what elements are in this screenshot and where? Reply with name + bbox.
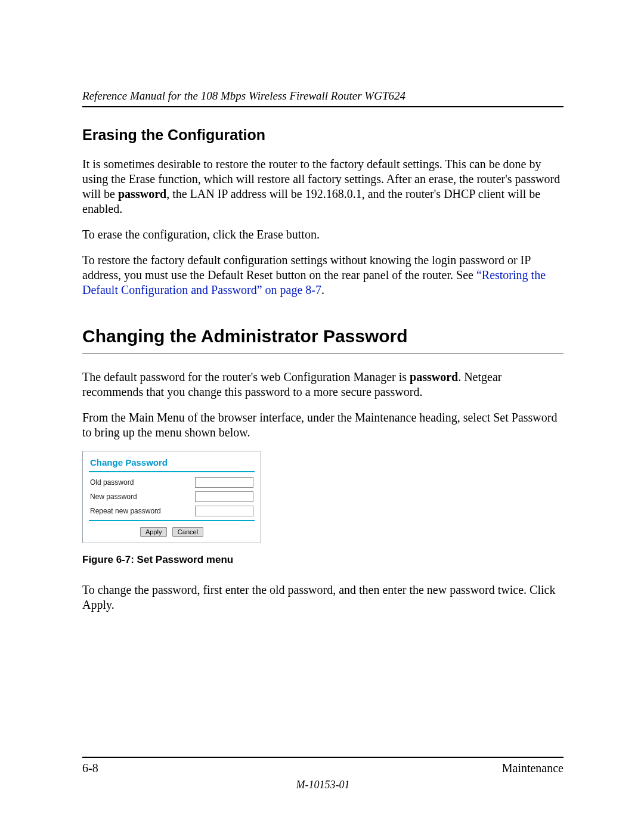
paragraph: It is sometimes desirable to restore the… [82, 157, 564, 216]
footer-line: 6-8 Maintenance [82, 761, 564, 775]
label-new-password: New password [90, 493, 137, 501]
paragraph: From the Main Menu of the browser interf… [82, 410, 564, 440]
panel-title: Change Password [90, 457, 253, 467]
header-title: Reference Manual for the 108 Mbps Wirele… [82, 89, 405, 102]
old-password-input[interactable] [195, 477, 253, 488]
button-row: Apply Cancel [90, 526, 253, 537]
section-heading-erasing: Erasing the Configuration [82, 126, 564, 144]
heading-rule [82, 354, 564, 354]
paragraph: To restore the factory default configura… [82, 253, 564, 298]
page-footer: 6-8 Maintenance M-10153-01 [82, 757, 564, 791]
text: The default password for the router's we… [82, 370, 410, 383]
paragraph: The default password for the router's we… [82, 370, 564, 400]
field-row-new-password: New password [90, 491, 253, 502]
label-old-password: Old password [90, 478, 134, 487]
paragraph: To erase the configuration, click the Er… [82, 227, 564, 242]
divider [89, 520, 255, 521]
text: . [321, 283, 324, 296]
change-password-panel: Change Password Old password New passwor… [82, 451, 261, 543]
document-number: M-10153-01 [82, 779, 564, 791]
document-page: Reference Manual for the 108 Mbps Wirele… [0, 0, 644, 833]
label-repeat-password: Repeat new password [90, 507, 161, 515]
new-password-input[interactable] [195, 491, 253, 502]
repeat-password-input[interactable] [195, 506, 253, 516]
paragraph: To change the password, first enter the … [82, 583, 564, 612]
bold-text: password [118, 187, 166, 200]
cancel-button[interactable]: Cancel [172, 527, 203, 537]
page-number: 6-8 [82, 761, 98, 775]
figure-caption: Figure 6-7: Set Password menu [82, 554, 564, 566]
divider [89, 471, 255, 472]
page-header: Reference Manual for the 108 Mbps Wirele… [82, 89, 564, 107]
footer-rule [82, 757, 564, 758]
section-name: Maintenance [502, 761, 564, 775]
apply-button[interactable]: Apply [140, 527, 168, 537]
bold-text: password [410, 370, 458, 383]
field-row-repeat-password: Repeat new password [90, 506, 253, 516]
text: To restore the factory default configura… [82, 253, 531, 281]
field-row-old-password: Old password [90, 477, 253, 488]
chapter-heading-changing-password: Changing the Administrator Password [82, 326, 564, 346]
